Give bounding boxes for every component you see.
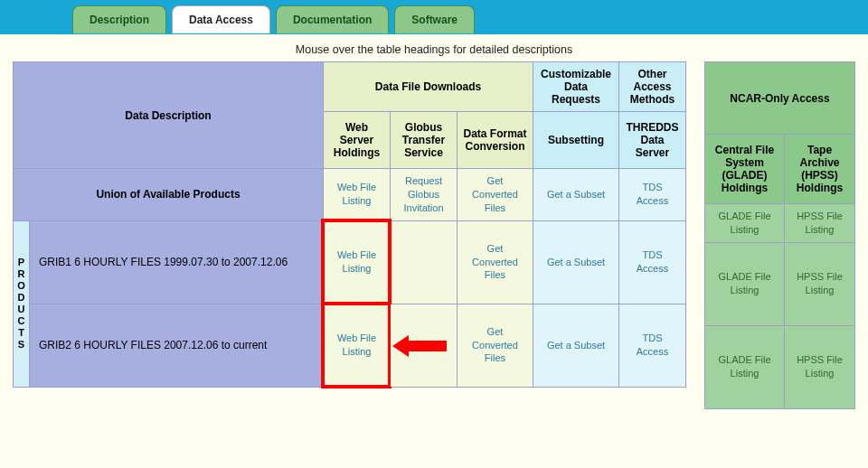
table-row: GRIB2 6 HOURLY FILES 2007.12.06 to curre… xyxy=(14,304,686,387)
product2-label: GRIB2 6 HOURLY FILES 2007.12.06 to curre… xyxy=(30,304,324,387)
product1-hpss-file-listing[interactable]: HPSS File Listing xyxy=(792,270,847,297)
product2-get-subset[interactable]: Get a Subset xyxy=(547,339,605,352)
union-tds-access[interactable]: TDS Access xyxy=(627,181,678,208)
subhdr-globus-transfer-service: Globus Transfer Service xyxy=(390,112,457,169)
product1-get-converted-files[interactable]: Get Converted Files xyxy=(465,242,525,283)
svg-marker-0 xyxy=(392,335,447,357)
row-union-label: Union of Available Products xyxy=(14,169,324,221)
subhdr-web-server-holdings: Web Server Holdings xyxy=(323,112,390,169)
union-request-globus[interactable]: Request Globus Invitation xyxy=(398,174,449,215)
product2-glade-file-listing[interactable]: GLADE File Listing xyxy=(712,353,777,380)
hdr-ncar-only-access: NCAR-Only Access xyxy=(705,62,855,135)
product1-get-subset[interactable]: Get a Subset xyxy=(547,256,605,269)
product2-globus-empty xyxy=(390,304,457,387)
top-bar: Description Data Access Documentation So… xyxy=(0,0,868,34)
union-web-file-listing[interactable]: Web File Listing xyxy=(331,181,382,208)
subhdr-data-format-conversion: Data Format Conversion xyxy=(457,112,533,169)
hint-text: Mouse over the table headings for detail… xyxy=(0,34,868,61)
product2-get-converted-files[interactable]: Get Converted Files xyxy=(465,325,525,366)
union-hpss-file-listing[interactable]: HPSS File Listing xyxy=(792,210,847,237)
subhdr-hpss-holdings: Tape Archive (HPSS) Holdings xyxy=(785,135,855,204)
union-get-subset[interactable]: Get a Subset xyxy=(547,188,605,201)
union-get-converted-files[interactable]: Get Converted Files xyxy=(465,174,525,215)
union-glade-file-listing[interactable]: GLADE File Listing xyxy=(712,210,777,237)
tab-description[interactable]: Description xyxy=(72,5,166,33)
subhdr-thredds-data-server: THREDDS Data Server xyxy=(619,112,686,169)
tab-documentation[interactable]: Documentation xyxy=(276,5,389,33)
product1-globus-empty xyxy=(390,220,457,304)
product1-tds-access[interactable]: TDS Access xyxy=(627,248,678,276)
table-row: PRODUCTS GRIB1 6 HOURLY FILES 1999.07.30… xyxy=(14,220,686,304)
hdr-data-description: Data Description xyxy=(14,62,324,169)
subhdr-glade-holdings: Central File System (GLADE) Holdings xyxy=(705,135,785,204)
hdr-other-access-methods: Other Access Methods xyxy=(619,62,686,112)
tab-software[interactable]: Software xyxy=(394,5,475,33)
product2-web-file-listing[interactable]: Web File Listing xyxy=(331,332,382,359)
ncar-table: NCAR-Only Access Central File System (GL… xyxy=(704,61,855,409)
product1-web-file-listing[interactable]: Web File Listing xyxy=(331,248,382,276)
tab-data-access[interactable]: Data Access xyxy=(172,5,270,33)
product1-label: GRIB1 6 HOURLY FILES 1999.07.30 to 2007.… xyxy=(30,220,324,304)
hdr-data-file-downloads: Data File Downloads xyxy=(323,62,533,112)
subhdr-subsetting: Subsetting xyxy=(533,112,618,169)
product1-glade-file-listing[interactable]: GLADE File Listing xyxy=(712,270,777,297)
products-vertical-label: PRODUCTS xyxy=(14,220,30,387)
arrow-icon xyxy=(392,335,447,357)
main-table: Data Description Data File Downloads Cus… xyxy=(13,61,686,388)
product2-hpss-file-listing[interactable]: HPSS File Listing xyxy=(792,353,847,380)
hdr-customizable-data-requests: Customizable Data Requests xyxy=(533,62,618,112)
tab-strip: Description Data Access Documentation So… xyxy=(0,5,868,33)
product2-tds-access[interactable]: TDS Access xyxy=(627,332,678,359)
